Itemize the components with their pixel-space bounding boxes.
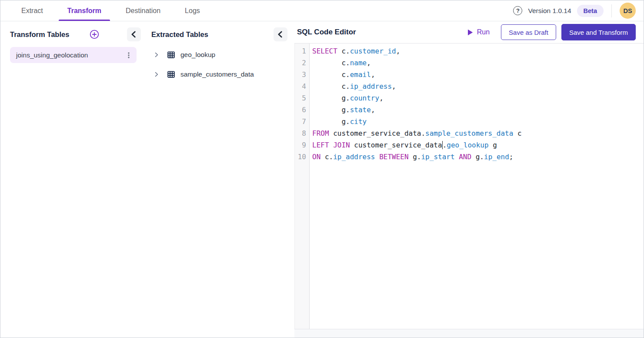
transform-tables-panel: Transform Tables joins_using_geolocation [0, 21, 147, 338]
extracted-table-label: geo_lookup [180, 51, 215, 59]
line-number: 7 [295, 116, 306, 127]
transform-tables-list: joins_using_geolocation [0, 47, 147, 63]
help-icon[interactable]: ? [513, 6, 522, 15]
tab-logs[interactable]: Logs [173, 0, 212, 21]
transform-table-item-label: joins_using_geolocation [16, 51, 88, 59]
beta-badge: Beta [577, 5, 604, 17]
extracted-tables-panel: Extracted Tables geo_lookupsample_custom… [147, 21, 294, 338]
top-right-cluster: ? Version 1.0.14 Beta DS [513, 3, 636, 19]
code-line: FROM customer_service_data.sample_custom… [312, 127, 644, 139]
line-number: 1 [295, 45, 306, 57]
main-area: Transform Tables joins_using_geolocation [0, 21, 644, 338]
expand-chevron-icon[interactable] [153, 71, 160, 78]
tab-destination[interactable]: Destination [113, 0, 173, 21]
play-icon [467, 29, 473, 36]
chevron-left-icon [129, 30, 139, 39]
transform-table-item[interactable]: joins_using_geolocation [10, 47, 137, 63]
extracted-tables-tree: geo_lookupsample_customers_data [147, 44, 294, 84]
run-button-label: Run [477, 28, 490, 36]
code-line: g.state, [312, 104, 644, 116]
line-number: 8 [295, 127, 306, 139]
run-button[interactable]: Run [467, 28, 490, 36]
sql-editor-title: SQL Code Editor [297, 28, 356, 37]
code-line: g.city [312, 116, 644, 127]
code-editor: 12345678910 SELECT c.customer_id, c.name… [294, 43, 644, 329]
code-line: LEFT JOIN customer_service_data.geo_look… [312, 139, 644, 151]
transform-tables-title: Transform Tables [10, 30, 69, 39]
tab-transform[interactable]: Transform [55, 0, 113, 21]
extracted-table-label: sample_customers_data [180, 70, 254, 78]
sql-editor-header: SQL Code Editor Run Save as Draft Save a… [294, 21, 644, 43]
collapse-middle-panel-button[interactable] [274, 27, 287, 41]
line-number: 6 [295, 104, 306, 116]
header-divider [611, 4, 612, 17]
top-tabs: ExtractTransformDestinationLogs [9, 0, 212, 21]
extracted-table-row[interactable]: geo_lookup [147, 45, 294, 64]
line-number-gutter: 12345678910 [295, 44, 310, 329]
app-window: ExtractTransformDestinationLogs ? Versio… [0, 0, 644, 338]
line-number: 4 [295, 80, 306, 92]
add-transform-table-button[interactable] [89, 29, 100, 40]
top-bar: ExtractTransformDestinationLogs ? Versio… [0, 0, 644, 21]
avatar[interactable]: DS [620, 3, 636, 19]
code-line: ON c.ip_address BETWEEN g.ip_start AND g… [312, 151, 644, 163]
chevron-left-icon [276, 30, 285, 39]
extracted-table-row[interactable]: sample_customers_data [147, 64, 294, 84]
extracted-tables-title: Extracted Tables [151, 30, 208, 39]
item-menu-kebab-icon[interactable] [124, 50, 133, 60]
code-area[interactable]: SELECT c.customer_id, c.name, c.email, c… [310, 44, 644, 329]
code-line: c.email, [312, 69, 644, 80]
sql-editor-panel: SQL Code Editor Run Save as Draft Save a… [294, 21, 644, 338]
line-number: 10 [295, 151, 306, 163]
tab-extract[interactable]: Extract [9, 0, 55, 21]
line-number: 5 [295, 92, 306, 104]
horizontal-scrollbar[interactable] [294, 329, 644, 338]
transform-tables-header: Transform Tables [0, 25, 147, 44]
code-line: g.country, [312, 92, 644, 104]
line-number: 3 [295, 69, 306, 80]
extracted-tables-header: Extracted Tables [147, 25, 294, 44]
line-number: 2 [295, 57, 306, 69]
code-line: c.ip_address, [312, 80, 644, 92]
code-line: SELECT c.customer_id, [312, 45, 644, 57]
version-label: Version 1.0.14 [528, 7, 571, 15]
table-grid-icon [167, 70, 176, 79]
expand-chevron-icon[interactable] [153, 51, 160, 58]
collapse-left-panel-button[interactable] [127, 27, 141, 41]
save-and-transform-button[interactable]: Save and Transform [561, 24, 636, 40]
save-as-draft-button[interactable]: Save as Draft [501, 24, 556, 40]
line-number: 9 [295, 139, 306, 151]
code-line: c.name, [312, 57, 644, 69]
plus-circle-icon [89, 29, 100, 40]
table-grid-icon [167, 50, 176, 59]
